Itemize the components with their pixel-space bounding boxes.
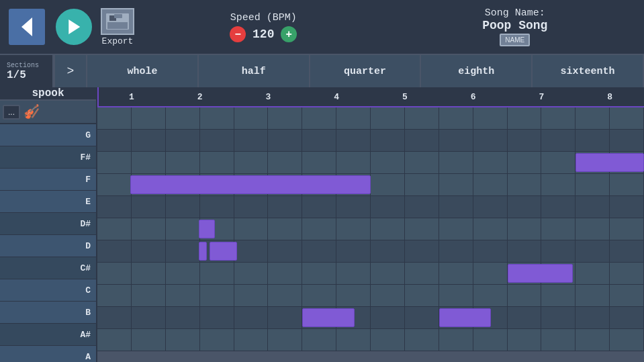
grid-cell[interactable] bbox=[371, 263, 405, 284]
back-button[interactable] bbox=[7, 7, 47, 47]
grid-cell[interactable] bbox=[132, 130, 166, 151]
grid-cell[interactable] bbox=[200, 130, 234, 151]
play-button[interactable] bbox=[54, 7, 94, 47]
export-icon[interactable] bbox=[101, 8, 134, 35]
note-type-quarter[interactable]: quarter bbox=[310, 55, 422, 87]
note-type-half[interactable]: half bbox=[199, 55, 310, 87]
grid-cell[interactable] bbox=[439, 107, 473, 129]
grid-cell[interactable] bbox=[541, 240, 576, 262]
grid-cell[interactable] bbox=[439, 263, 473, 284]
grid-cell[interactable] bbox=[132, 218, 166, 240]
grid-cell[interactable] bbox=[336, 263, 371, 284]
grid-cell[interactable] bbox=[610, 307, 644, 328]
grid-cell[interactable] bbox=[541, 152, 576, 173]
grid-cell[interactable] bbox=[234, 307, 269, 328]
note-block-f[interactable] bbox=[576, 153, 644, 172]
grid-row-d[interactable] bbox=[97, 218, 644, 240]
grid-cell[interactable] bbox=[336, 107, 371, 129]
grid-cell[interactable] bbox=[336, 329, 371, 351]
grid-cell[interactable] bbox=[541, 130, 576, 151]
grid-row-c[interactable] bbox=[97, 263, 644, 285]
grid-cell[interactable] bbox=[576, 263, 610, 284]
grid-cell[interactable] bbox=[576, 307, 610, 328]
note-type-whole[interactable]: whole bbox=[87, 55, 199, 87]
grid-cell[interactable] bbox=[405, 263, 439, 284]
grid-cell[interactable] bbox=[473, 174, 508, 195]
grid-cell[interactable] bbox=[439, 329, 473, 351]
grid-cell[interactable] bbox=[336, 130, 371, 151]
grid-cell[interactable] bbox=[371, 285, 405, 306]
grid-cell[interactable] bbox=[132, 307, 166, 328]
grid-cell[interactable] bbox=[473, 329, 508, 351]
grid-cell[interactable] bbox=[405, 152, 439, 173]
grid-cell[interactable] bbox=[610, 130, 644, 151]
grid-cell[interactable] bbox=[166, 218, 200, 240]
grid-cell[interactable] bbox=[97, 152, 132, 173]
grid-cell[interactable] bbox=[610, 263, 644, 284]
grid-cell[interactable] bbox=[132, 285, 166, 306]
grid-cell[interactable] bbox=[371, 130, 405, 151]
grid-cell[interactable] bbox=[97, 218, 132, 240]
grid-cell[interactable] bbox=[508, 152, 542, 173]
grid-cell[interactable] bbox=[200, 307, 234, 328]
grid-cell[interactable] bbox=[508, 174, 542, 195]
grid-cell[interactable] bbox=[473, 285, 508, 306]
grid-cell[interactable] bbox=[166, 130, 200, 151]
grid-cell[interactable] bbox=[234, 107, 269, 129]
grid-cell[interactable] bbox=[541, 329, 576, 351]
grid-cell[interactable] bbox=[166, 196, 200, 218]
grid-cell[interactable] bbox=[439, 174, 473, 195]
grid-cell[interactable] bbox=[200, 263, 234, 284]
grid-cell[interactable] bbox=[473, 218, 508, 240]
grid-cell[interactable] bbox=[268, 263, 302, 284]
note-block-e[interactable] bbox=[130, 175, 371, 194]
grid-cell[interactable] bbox=[576, 130, 610, 151]
grid-cell[interactable] bbox=[234, 196, 269, 218]
grid-cell[interactable] bbox=[302, 196, 336, 218]
grid-row-b[interactable] bbox=[97, 285, 644, 307]
grid-cell[interactable] bbox=[610, 240, 644, 262]
grid-cell[interactable] bbox=[302, 130, 336, 151]
grid-cell[interactable] bbox=[166, 107, 200, 129]
grid-cell[interactable] bbox=[336, 240, 371, 262]
grid-cell[interactable] bbox=[268, 130, 302, 151]
note-type-sixteenth[interactable]: sixteenth bbox=[533, 55, 644, 87]
grid-cell[interactable] bbox=[268, 107, 302, 129]
note-block-asharp[interactable] bbox=[302, 308, 354, 327]
grid-cell[interactable] bbox=[610, 174, 644, 195]
grid-row-dsharp[interactable] bbox=[97, 196, 644, 218]
grid-cell[interactable] bbox=[166, 307, 200, 328]
grid-cell[interactable] bbox=[336, 196, 371, 218]
note-block-c[interactable] bbox=[508, 264, 573, 283]
grid-cell[interactable] bbox=[234, 240, 269, 262]
grid-cell[interactable] bbox=[610, 285, 644, 306]
grid-cell[interactable] bbox=[439, 240, 473, 262]
grid-cell[interactable] bbox=[439, 218, 473, 240]
grid-cell[interactable] bbox=[132, 329, 166, 351]
grid-cell[interactable] bbox=[405, 218, 439, 240]
grid-cell[interactable] bbox=[405, 240, 439, 262]
grid-cell[interactable] bbox=[508, 130, 542, 151]
grid-cell[interactable] bbox=[97, 130, 132, 151]
grid-cell[interactable] bbox=[610, 107, 644, 129]
grid-cell[interactable] bbox=[541, 307, 576, 328]
grid-cell[interactable] bbox=[405, 107, 439, 129]
grid-cell[interactable] bbox=[234, 152, 269, 173]
grid-row-fsharp[interactable] bbox=[97, 130, 644, 152]
grid-cell[interactable] bbox=[473, 240, 508, 262]
grid-cell[interactable] bbox=[439, 285, 473, 306]
grid-cell[interactable] bbox=[336, 152, 371, 173]
grid-cell[interactable] bbox=[166, 285, 200, 306]
note-block-asharp[interactable] bbox=[439, 308, 491, 327]
grid-cell[interactable] bbox=[166, 329, 200, 351]
grid-cell[interactable] bbox=[371, 307, 405, 328]
grid-cell[interactable] bbox=[508, 329, 542, 351]
grid-cell[interactable] bbox=[268, 240, 302, 262]
grid-cell[interactable] bbox=[473, 107, 508, 129]
grid-cell[interactable] bbox=[508, 285, 542, 306]
grid-cell[interactable] bbox=[132, 240, 166, 262]
grid-cell[interactable] bbox=[268, 329, 302, 351]
track-options-button[interactable]: ... bbox=[3, 105, 20, 120]
grid-cell[interactable] bbox=[473, 196, 508, 218]
grid-cell[interactable] bbox=[200, 107, 234, 129]
